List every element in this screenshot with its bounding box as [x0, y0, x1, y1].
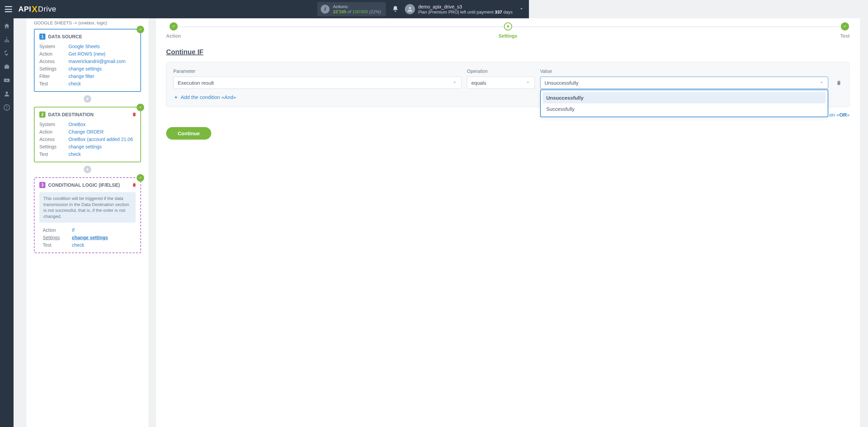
svg-point-0 — [409, 7, 411, 9]
link-action[interactable]: Change ORDER — [68, 129, 136, 135]
step-number: 3 — [39, 182, 45, 188]
label-action: Action — [39, 129, 68, 135]
actions-max: 100'000 — [352, 9, 368, 14]
actions-label: Actions: — [333, 4, 381, 9]
breadcrumb: GOOGLE SHEETS -> (onebox, logic) — [34, 20, 141, 25]
condition-box: Parameter Execution result Operation equ… — [166, 62, 529, 107]
youtube-icon[interactable] — [3, 77, 11, 84]
link-settings[interactable]: change settings — [68, 144, 136, 149]
label-settings: Settings — [39, 144, 68, 149]
card-title: DATA DESTINATION — [48, 112, 94, 117]
link-settings[interactable]: change settings — [72, 235, 132, 240]
link-test[interactable]: check — [68, 81, 136, 86]
check-icon — [137, 26, 144, 33]
actions-counter[interactable]: i Actions: 22'105 of 100'000 (22%) — [317, 2, 386, 16]
chevron-down-icon — [526, 80, 529, 86]
link-action[interactable]: Get ROWS (new) — [68, 51, 136, 57]
label-filter: Filter — [39, 74, 68, 79]
add-or-condition[interactable]: on «OR» — [166, 112, 529, 118]
link-system[interactable]: Google Sheets — [68, 44, 136, 49]
dollar-icon[interactable] — [3, 49, 11, 57]
actions-percent: (22%) — [369, 9, 381, 14]
check-icon — [137, 174, 144, 182]
select-parameter-value: Execution result — [178, 80, 214, 86]
label-test: Test — [43, 242, 72, 248]
add-and-condition[interactable]: + Add the condition «And» — [173, 94, 529, 100]
continue-button[interactable]: Continue — [166, 127, 211, 140]
add-and-label: Add the condition «And» — [181, 94, 236, 100]
link-access[interactable]: OneBox (account added 21.06 — [68, 137, 136, 142]
menu-icon[interactable] — [5, 6, 12, 12]
actions-current: 22'105 — [333, 9, 346, 14]
delete-icon[interactable] — [132, 111, 137, 118]
label-access: Access — [39, 59, 68, 64]
step-action[interactable]: Action — [166, 22, 181, 39]
user-icon[interactable] — [3, 90, 11, 98]
step-number: 1 — [39, 34, 45, 40]
label-settings: Settings — [43, 235, 72, 240]
label-operation: Operation — [467, 68, 529, 74]
label-test: Test — [39, 81, 68, 86]
briefcase-icon[interactable] — [3, 63, 11, 70]
label-system: System — [39, 44, 68, 49]
label-action: Action — [39, 51, 68, 57]
field-operation: Operation equals — [467, 68, 529, 89]
label-settings: Settings — [39, 66, 68, 72]
workflow-panel: GOOGLE SHEETS -> (onebox, logic) 1DATA S… — [26, 18, 149, 260]
stepper: Action Settings Test — [166, 21, 529, 45]
step-settings[interactable]: Settings — [498, 22, 517, 39]
help-icon[interactable] — [3, 104, 11, 111]
select-operation-value: equals — [471, 80, 486, 86]
logo[interactable]: APIXDrive — [18, 4, 56, 15]
user-name: demo_apix_drive_s3 — [418, 4, 513, 9]
info-message: This condition will be triggered if the … — [39, 192, 136, 223]
label-system: System — [39, 122, 68, 127]
user-menu[interactable]: demo_apix_drive_s3 Plan |Premium PRO| le… — [405, 4, 513, 15]
link-action[interactable]: If — [72, 227, 132, 233]
svg-point-1 — [6, 92, 8, 94]
sitemap-icon[interactable] — [3, 36, 11, 43]
link-test[interactable]: check — [72, 242, 132, 248]
section-title: Continue IF — [166, 48, 529, 56]
label-action: Action — [43, 227, 72, 233]
label-access: Access — [39, 137, 68, 142]
chevron-down-icon[interactable] — [519, 6, 524, 13]
plus-icon: + — [173, 95, 179, 100]
top-bar: APIXDrive i Actions: 22'105 of 100'000 (… — [0, 0, 529, 18]
info-icon: i — [321, 5, 330, 14]
link-test[interactable]: check — [68, 151, 136, 157]
field-parameter: Parameter Execution result — [173, 68, 461, 89]
link-filter[interactable]: change filter — [68, 74, 136, 79]
home-icon[interactable] — [3, 22, 11, 30]
label-parameter: Parameter — [173, 68, 461, 74]
user-plan: Plan |Premium PRO| left until payment 33… — [418, 9, 513, 15]
avatar-icon — [405, 4, 415, 14]
link-system[interactable]: OneBox — [68, 122, 136, 127]
card-title: CONDITIONAL LOGIC (IF/ELSE) — [48, 182, 120, 188]
delete-icon[interactable] — [132, 182, 137, 188]
link-access[interactable]: maverickandrii@gmail.com — [68, 59, 136, 64]
check-icon — [137, 104, 144, 111]
label-test: Test — [39, 151, 68, 157]
card-conditional-logic[interactable]: 3CONDITIONAL LOGIC (IF/ELSE) This condit… — [34, 177, 141, 253]
card-title: DATA SOURCE — [48, 34, 82, 39]
bell-icon[interactable] — [392, 5, 399, 13]
link-settings[interactable]: change settings — [68, 66, 136, 72]
step-number: 2 — [39, 111, 45, 118]
add-step-button[interactable]: + — [84, 95, 91, 103]
select-parameter[interactable]: Execution result — [173, 77, 461, 89]
card-data-source[interactable]: 1DATA SOURCE SystemGoogle Sheets ActionG… — [34, 29, 141, 92]
chevron-down-icon — [452, 80, 457, 86]
main-content: Action Settings Test Continue IF Paramet… — [156, 18, 529, 260]
left-rail — [0, 18, 14, 260]
select-operation[interactable]: equals — [467, 77, 529, 89]
add-step-button[interactable]: + — [84, 166, 91, 173]
actions-of: of — [348, 9, 352, 14]
card-data-destination[interactable]: 2DATA DESTINATION SystemOneBox ActionCha… — [34, 107, 141, 162]
